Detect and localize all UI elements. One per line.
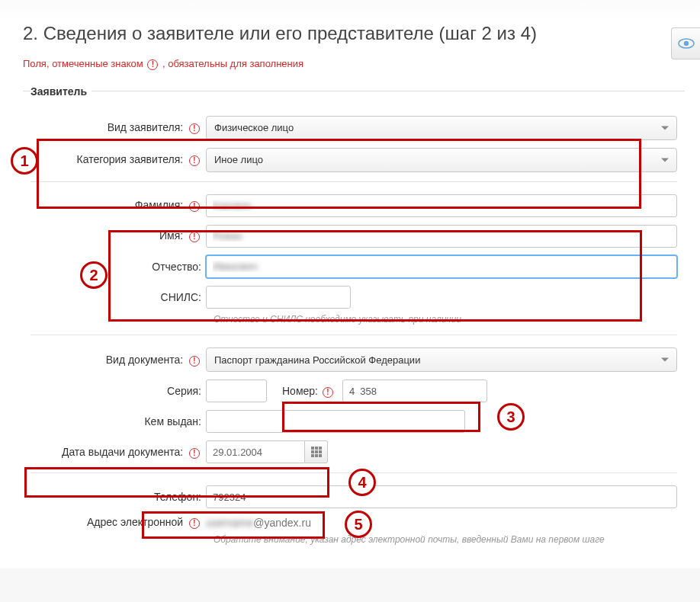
chevron-down-icon [661,126,669,130]
doc-type-select[interactable]: Паспорт гражданина Российской Федерации [206,347,677,372]
snils-input[interactable] [206,286,351,309]
phone-input[interactable] [206,485,677,508]
required-icon: ! [189,123,200,134]
label-issue-date: Дата выдачи документа: ! [31,446,206,458]
calendar-icon [311,447,322,457]
svg-point-1 [683,41,688,46]
required-icon: ! [323,387,333,398]
visibility-toggle[interactable] [671,27,700,59]
label-issued-by: Кем выдан: [31,415,206,427]
name-input[interactable] [206,225,677,248]
label-number: Номер: ! [282,385,335,397]
issued-by-input[interactable] [206,410,465,433]
label-phone: Телефон: [31,491,206,503]
patronymic-input[interactable] [206,255,677,278]
required-note-pre: Поля, отмеченные знаком [23,58,146,69]
required-icon: ! [189,232,200,242]
email-display: username@yandex.ru [206,517,311,529]
label-snils: СНИЛС: [31,291,206,303]
separator [31,181,677,182]
required-icon: ! [189,448,200,459]
doc-type-value: Паспорт гражданина Российской Федерации [214,354,420,366]
required-icon: ! [189,518,200,529]
calendar-button[interactable] [305,440,328,463]
required-icon: ! [189,201,200,212]
eye-icon [678,38,695,49]
label-email: Адрес электронной ! [31,516,206,528]
applicant-category-select[interactable]: Иное лицо [206,148,677,172]
label-applicant-type: Вид заявителя: ! [31,121,206,133]
required-icon: ! [147,59,158,70]
separator [31,335,677,335]
label-doc-type: Вид документа: ! [31,354,206,366]
applicant-type-value: Физическое лицо [214,122,294,133]
label-name: Имя: ! [31,229,206,242]
snils-hint: Отчество и СНИЛС необходимо указывать пр… [214,313,677,326]
label-patronymic: Отчество: [31,261,206,273]
required-fields-note: Поля, отмеченные знаком ! , обязательны … [23,58,685,70]
required-icon: ! [189,155,200,166]
applicant-category-value: Иное лицо [214,154,263,165]
page-title: 2. Сведения о заявителе или его представ… [23,23,685,44]
number-input[interactable] [342,379,487,402]
applicant-type-select[interactable]: Физическое лицо [206,116,677,140]
chevron-down-icon [661,158,669,162]
separator [31,472,677,473]
label-applicant-category: Категория заявителя: ! [31,153,206,165]
issue-date-input[interactable] [206,440,305,463]
chevron-down-icon [661,358,669,362]
fieldset-legend: Заявитель [31,85,92,98]
applicant-fieldset: Заявитель Вид заявителя: ! Физическое ли… [23,85,685,562]
label-series: Серия: [31,385,206,397]
required-note-post: , обязательны для заполнения [162,58,303,69]
required-icon: ! [189,356,200,367]
surname-input[interactable] [206,194,677,217]
label-surname: Фамилия: ! [31,199,206,211]
email-hint: Обратите внимание, указан адрес электрон… [214,533,677,546]
series-input[interactable] [206,379,267,402]
